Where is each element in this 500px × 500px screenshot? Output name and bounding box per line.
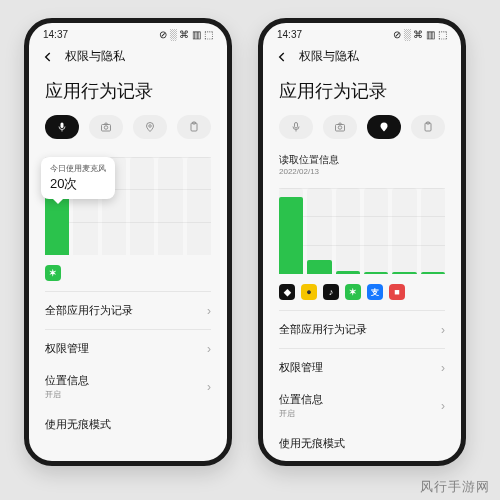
list-label: 权限管理: [279, 360, 323, 375]
tab-location[interactable]: [133, 115, 167, 139]
list-all-records[interactable]: 全部应用行为记录 ›: [263, 311, 461, 348]
list-bottom[interactable]: 使用无痕模式: [29, 411, 227, 443]
nav-title: 权限与隐私: [299, 48, 359, 65]
mic-icon: [56, 121, 68, 133]
bar-2[interactable]: [336, 271, 360, 274]
tooltip-value: 20次: [50, 175, 106, 193]
bar-3[interactable]: [364, 272, 388, 274]
chevron-right-icon: ›: [441, 399, 445, 413]
list-label: 全部应用行为记录: [279, 322, 367, 337]
bar-4[interactable]: [392, 272, 416, 274]
svg-rect-0: [61, 123, 64, 129]
back-icon: [41, 50, 55, 64]
svg-point-2: [104, 126, 108, 130]
section-date: 2022/02/13: [263, 167, 461, 182]
bar-0[interactable]: [279, 197, 303, 274]
chevron-right-icon: ›: [441, 361, 445, 375]
list-label: 位置信息: [45, 373, 89, 388]
tab-clipboard[interactable]: [177, 115, 211, 139]
app-wechat[interactable]: ✶: [345, 284, 361, 300]
page-title: 应用行为记录: [263, 69, 461, 115]
tab-mic[interactable]: [45, 115, 79, 139]
bar-5[interactable]: [421, 272, 445, 274]
status-indicators: ⊘ ░ ⌘ ▥ ⬚: [159, 29, 213, 40]
app-alipay[interactable]: 支: [367, 284, 383, 300]
camera-icon: [334, 121, 346, 133]
nav-back[interactable]: 权限与隐私: [29, 42, 227, 69]
clipboard-icon: [422, 121, 434, 133]
tab-location[interactable]: [367, 115, 401, 139]
tooltip-label: 今日使用麦克风: [50, 164, 106, 175]
nav-title: 权限与隐私: [65, 48, 125, 65]
list-label: 权限管理: [45, 341, 89, 356]
app-wechat[interactable]: ✶: [45, 265, 61, 281]
tab-mic[interactable]: [279, 115, 313, 139]
list-all-records[interactable]: 全部应用行为记录 ›: [29, 292, 227, 329]
phone-left: 14:37 ⊘ ░ ⌘ ▥ ⬚ 权限与隐私 应用行为记录 今日使用麦克风 20次: [24, 18, 232, 466]
section-label: 读取位置信息: [263, 151, 461, 167]
category-tabs: [29, 115, 227, 151]
status-indicators: ⊘ ░ ⌘ ▥ ⬚: [393, 29, 447, 40]
mic-icon: [290, 121, 302, 133]
list-label: 位置信息: [279, 392, 323, 407]
list-label: 使用无痕模式: [279, 436, 345, 451]
app-icons-left: ✶: [29, 261, 227, 291]
status-bar: 14:37 ⊘ ░ ⌘ ▥ ⬚: [29, 23, 227, 42]
status-bar: 14:37 ⊘ ░ ⌘ ▥ ⬚: [263, 23, 461, 42]
svg-point-3: [149, 125, 152, 128]
chevron-right-icon: ›: [441, 323, 445, 337]
usage-chart-right: [279, 188, 445, 274]
usage-tooltip: 今日使用麦克风 20次: [41, 157, 115, 199]
app-douyin[interactable]: ♪: [323, 284, 339, 300]
svg-point-8: [338, 126, 342, 130]
list-sublabel: 开启: [279, 408, 323, 419]
tab-clipboard[interactable]: [411, 115, 445, 139]
phone-right: 14:37 ⊘ ░ ⌘ ▥ ⬚ 权限与隐私 应用行为记录 读取位置信息 2022…: [258, 18, 466, 466]
category-tabs: [263, 115, 461, 151]
list-permission-mgmt[interactable]: 权限管理 ›: [263, 349, 461, 386]
app-6[interactable]: ■: [389, 284, 405, 300]
camera-icon: [100, 121, 112, 133]
chevron-right-icon: ›: [207, 380, 211, 394]
location-icon: [378, 121, 390, 133]
page-title: 应用行为记录: [29, 69, 227, 115]
tab-camera[interactable]: [89, 115, 123, 139]
tab-camera[interactable]: [323, 115, 357, 139]
location-icon: [144, 121, 156, 133]
list-label: 全部应用行为记录: [45, 303, 133, 318]
list-bottom[interactable]: 使用无痕模式: [263, 430, 461, 462]
chevron-right-icon: ›: [207, 304, 211, 318]
list-permission-mgmt[interactable]: 权限管理 ›: [29, 330, 227, 367]
watermark: 风行手游网: [420, 478, 490, 496]
back-icon: [275, 50, 289, 64]
list-location-info[interactable]: 位置信息 开启 ›: [29, 367, 227, 411]
list-sublabel: 开启: [45, 389, 89, 400]
bar-1[interactable]: [307, 260, 331, 274]
app-2[interactable]: ●: [301, 284, 317, 300]
chevron-right-icon: ›: [207, 342, 211, 356]
clipboard-icon: [188, 121, 200, 133]
list-label: 使用无痕模式: [45, 417, 111, 432]
svg-rect-6: [295, 123, 298, 129]
app-icons-right: ◆ ● ♪ ✶ 支 ■: [263, 280, 461, 310]
app-1[interactable]: ◆: [279, 284, 295, 300]
status-time: 14:37: [277, 29, 302, 40]
status-time: 14:37: [43, 29, 68, 40]
list-location-info[interactable]: 位置信息 开启 ›: [263, 386, 461, 430]
nav-back[interactable]: 权限与隐私: [263, 42, 461, 69]
